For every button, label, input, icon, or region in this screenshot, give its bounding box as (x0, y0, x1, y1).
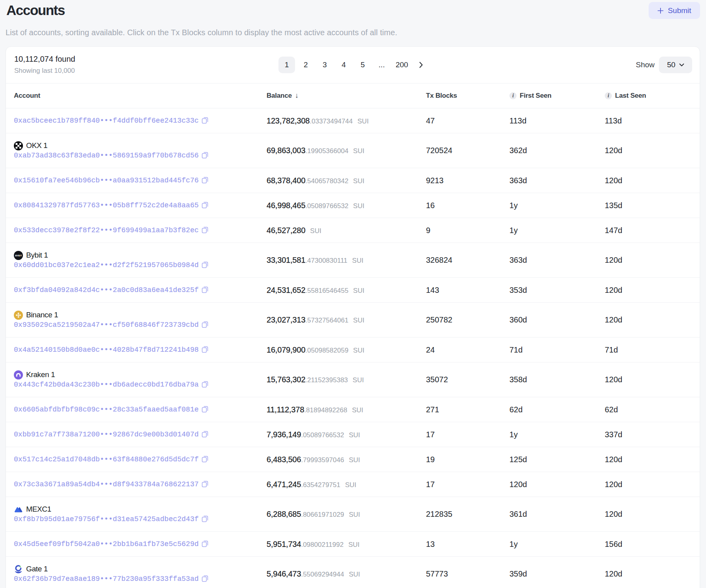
svg-text:i: i (608, 93, 609, 99)
svg-text:i: i (512, 93, 514, 99)
svg-text:BYBIT: BYBIT (15, 254, 22, 257)
